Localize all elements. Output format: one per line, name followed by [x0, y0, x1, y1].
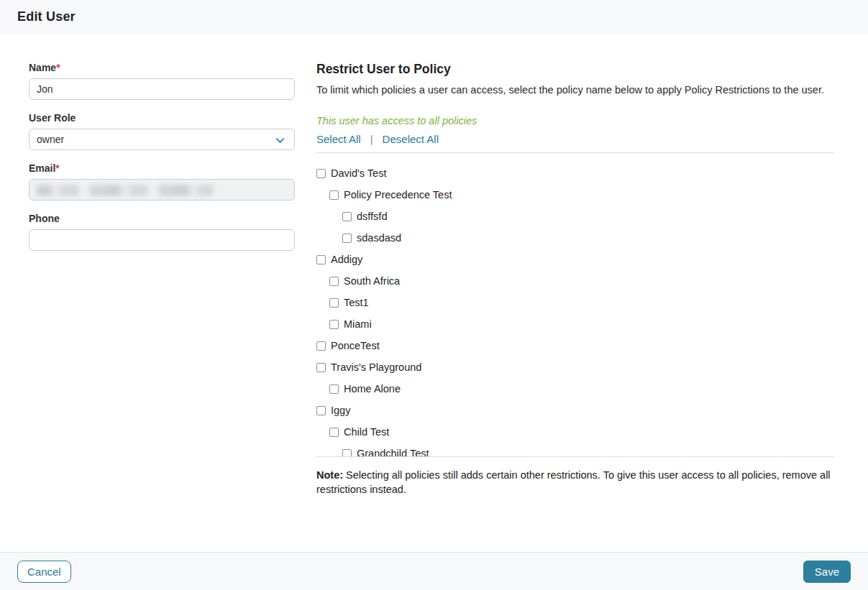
deselect-all-link[interactable]: Deselect All	[383, 133, 439, 145]
policy-section-description: To limit which policies a user can acces…	[316, 84, 834, 96]
phone-input[interactable]	[29, 229, 295, 251]
page-header: Edit User	[0, 0, 868, 34]
bulk-select-links: Select All | Deselect All	[316, 133, 834, 145]
policy-row: Grandchild Test	[316, 443, 834, 457]
phone-label: Phone	[29, 213, 295, 224]
cancel-button[interactable]: Cancel	[17, 561, 71, 583]
policy-label[interactable]: sdasdasd	[357, 232, 401, 244]
policy-checkbox[interactable]	[342, 212, 352, 221]
policy-checkbox[interactable]	[316, 169, 326, 178]
policy-checkbox[interactable]	[342, 449, 352, 458]
name-input[interactable]	[29, 78, 295, 100]
policy-checkbox[interactable]	[342, 234, 352, 243]
user-form: Name* User Role owner Email* P	[29, 62, 295, 497]
policy-access-status: This user has access to all policies	[316, 115, 834, 126]
policy-tree-scroll-area[interactable]: David's Test Policy Precedence Test dsff…	[316, 152, 834, 457]
edit-user-page: Edit User Name* User Role owner Email*	[0, 0, 868, 590]
footer-bar: Cancel Save	[0, 552, 868, 590]
policy-label[interactable]: Test1	[344, 297, 369, 308]
note-text: Selecting all policies still adds certai…	[316, 469, 831, 495]
policy-checkbox[interactable]	[329, 190, 339, 200]
policy-checkbox[interactable]	[329, 428, 339, 437]
policy-label[interactable]: dsffsfd	[357, 211, 387, 222]
redacted-email-value	[37, 185, 213, 196]
policy-checkbox[interactable]	[316, 341, 326, 351]
email-field-group: Email*	[29, 162, 295, 200]
policy-label[interactable]: Home Alone	[344, 383, 401, 395]
policy-label[interactable]: Child Test	[344, 426, 389, 438]
policy-row: Child Test	[316, 421, 834, 443]
page-title: Edit User	[17, 9, 76, 24]
user-role-select[interactable]: owner	[29, 129, 295, 150]
policy-label[interactable]: Travis's Playground	[331, 361, 421, 373]
policy-checkbox[interactable]	[316, 406, 326, 415]
note-label: Note:	[316, 469, 343, 481]
policy-checkbox[interactable]	[316, 255, 326, 264]
policy-row: Home Alone	[316, 378, 834, 400]
policy-row: South Africa	[316, 270, 834, 292]
user-role-selected-value: owner	[37, 134, 64, 145]
policy-section-title: Restrict User to Policy	[316, 62, 834, 77]
policy-row: Iggy	[316, 400, 834, 421]
policy-row: David's Test	[316, 162, 834, 184]
policy-restriction-section: Restrict User to Policy To limit which p…	[316, 62, 834, 497]
policy-label[interactable]: Iggy	[331, 405, 350, 416]
policy-label[interactable]: Policy Precedence Test	[344, 189, 452, 200]
policy-note: Note: Selecting all policies still adds …	[316, 468, 834, 497]
policy-row: Test1	[316, 292, 834, 313]
policy-checkbox[interactable]	[329, 298, 339, 308]
policy-row: Miami	[316, 313, 834, 335]
phone-field-group: Phone	[29, 213, 295, 251]
policy-row: Policy Precedence Test	[316, 184, 834, 206]
save-button[interactable]: Save	[803, 561, 851, 583]
name-field-group: Name*	[29, 62, 295, 100]
name-label: Name*	[29, 62, 295, 73]
policy-label[interactable]: Miami	[344, 318, 372, 330]
policy-label[interactable]: David's Test	[331, 167, 386, 179]
link-separator: |	[370, 133, 373, 145]
policy-row: sdasdasd	[316, 227, 834, 249]
required-asterisk: *	[55, 162, 59, 174]
email-label: Email*	[29, 162, 295, 174]
policy-row: Addigy	[316, 249, 834, 270]
main-content: Name* User Role owner Email* P	[0, 34, 868, 497]
user-role-label: User Role	[29, 112, 295, 124]
policy-label[interactable]: South Africa	[344, 275, 400, 287]
email-input-disabled	[29, 179, 295, 200]
required-asterisk: *	[56, 62, 60, 73]
select-all-link[interactable]: Select All	[316, 133, 361, 145]
policy-checkbox[interactable]	[329, 384, 339, 394]
policy-checkbox[interactable]	[316, 363, 326, 372]
policy-label[interactable]: Addigy	[331, 254, 362, 265]
policy-checkbox[interactable]	[329, 320, 339, 329]
chevron-down-icon	[275, 135, 285, 146]
policy-label[interactable]: Grandchild Test	[357, 448, 429, 457]
policy-row: PonceTest	[316, 335, 834, 356]
policy-checkbox[interactable]	[329, 277, 339, 286]
policy-row: dsffsfd	[316, 206, 834, 227]
user-role-field-group: User Role owner	[29, 112, 295, 150]
policy-row: Travis's Playground	[316, 356, 834, 378]
policy-label[interactable]: PonceTest	[331, 340, 380, 351]
